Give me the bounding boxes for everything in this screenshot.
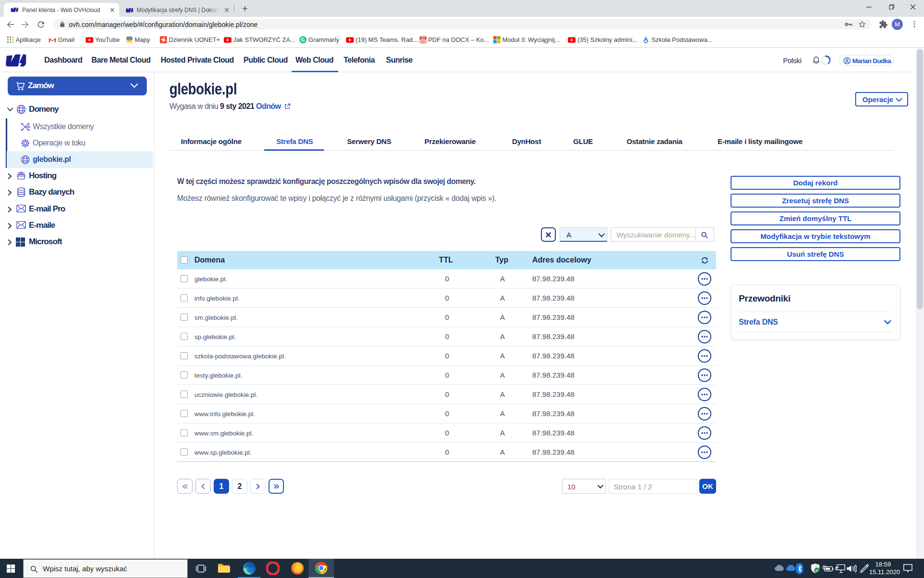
- svg-text:PDF: PDF: [421, 37, 425, 39]
